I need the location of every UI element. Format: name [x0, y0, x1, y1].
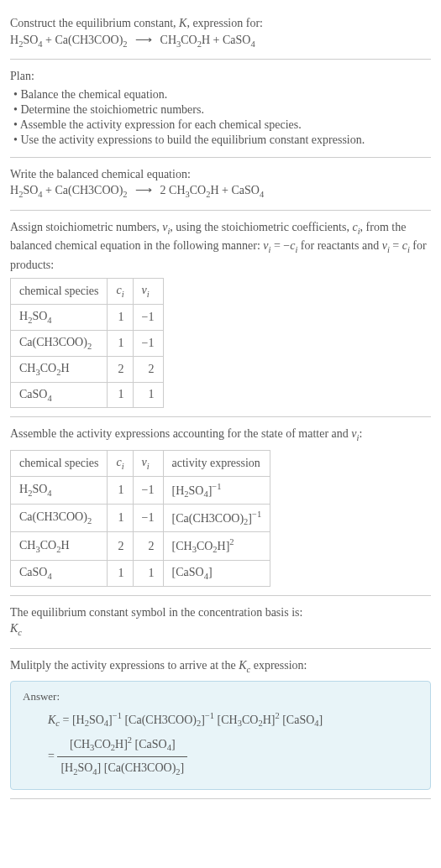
col-species: chemical species: [11, 279, 108, 305]
arrow-icon: ⟶: [130, 184, 157, 196]
stoich-table: chemical species ci νi H2SO4 1 −1 Ca(CH3…: [10, 278, 164, 408]
activity-section: Assemble the activity expressions accoun…: [10, 417, 431, 595]
plan-bullets: • Balance the chemical equation. • Deter…: [10, 88, 431, 147]
col-nu: νi: [133, 279, 163, 305]
plan-bullet: • Use the activity expressions to build …: [13, 133, 431, 147]
table-row: CH3CO2H 2 2 [CH3CO2H]2: [11, 532, 270, 560]
col-species: chemical species: [11, 450, 108, 476]
activity-table: chemical species ci νi activity expressi…: [10, 450, 270, 587]
symbol-text: The equilibrium constant symbol in the c…: [10, 604, 431, 621]
col-activity: activity expression: [163, 450, 270, 476]
answer-line2: = [CH3CO2H]2 [CaSO4] [H2SO4] [Ca(CH3COO)…: [23, 733, 418, 781]
plan-bullet: • Determine the stoichiometric numbers.: [13, 103, 431, 117]
answer-line1: Kc = [H2SO4]−1 [Ca(CH3COO)2]−1 [CH3CO2H]…: [23, 709, 418, 732]
table-row: Ca(CH3COO)2 1 −1: [11, 330, 164, 356]
table-header-row: chemical species ci νi: [11, 279, 164, 305]
plan-title: Plan:: [10, 68, 431, 85]
prompt-text: Construct the equilibrium constant, K, e…: [10, 15, 431, 32]
balanced-title: Write the balanced chemical equation:: [10, 166, 431, 183]
balanced-section: Write the balanced chemical equation: H2…: [10, 158, 431, 211]
multiply-section: Mulitply the activity expressions to arr…: [10, 649, 431, 799]
table-row: H2SO4 1 −1: [11, 305, 164, 331]
plan-bullet: • Assemble the activity expression for e…: [13, 118, 431, 132]
plan-bullet: • Balance the chemical equation.: [13, 88, 431, 102]
stoich-section: Assign stoichiometric numbers, νi, using…: [10, 211, 431, 418]
answer-box: Answer: Kc = [H2SO4]−1 [Ca(CH3COO)2]−1 […: [10, 681, 431, 789]
col-c: ci: [108, 279, 133, 305]
col-nu: νi: [133, 450, 163, 476]
symbol-kc: Kc: [10, 620, 431, 639]
table-row: H2SO4 1 −1 [H2SO4]−1: [11, 476, 270, 504]
multiply-text: Mulitply the activity expressions to arr…: [10, 657, 431, 676]
balanced-equation: H2SO4 + Ca(CH3COO)2 ⟶ 2 CH3CO2H + CaSO4: [10, 182, 431, 201]
prompt-section: Construct the equilibrium constant, K, e…: [10, 7, 431, 60]
table-row: Ca(CH3COO)2 1 −1 [Ca(CH3COO)2]−1: [11, 505, 270, 532]
table-row: CH3CO2H 2 2: [11, 356, 164, 382]
stoich-text: Assign stoichiometric numbers, νi, using…: [10, 219, 431, 274]
col-c: ci: [108, 450, 133, 476]
table-header-row: chemical species ci νi activity expressi…: [11, 450, 270, 476]
arrow-icon: ⟶: [130, 34, 157, 46]
table-row: CaSO4 1 1 [CaSO4]: [11, 560, 270, 586]
unbalanced-equation: H2SO4 + Ca(CH3COO)2 ⟶ CH3CO2H + CaSO4: [10, 32, 431, 50]
answer-label: Answer:: [23, 690, 418, 703]
activity-text: Assemble the activity expressions accoun…: [10, 426, 431, 444]
table-row: CaSO4 1 1: [11, 382, 164, 408]
symbol-section: The equilibrium constant symbol in the c…: [10, 596, 431, 649]
fraction: [CH3CO2H]2 [CaSO4] [H2SO4] [Ca(CH3COO)2]: [57, 733, 187, 781]
plan-section: Plan: • Balance the chemical equation. •…: [10, 60, 431, 158]
